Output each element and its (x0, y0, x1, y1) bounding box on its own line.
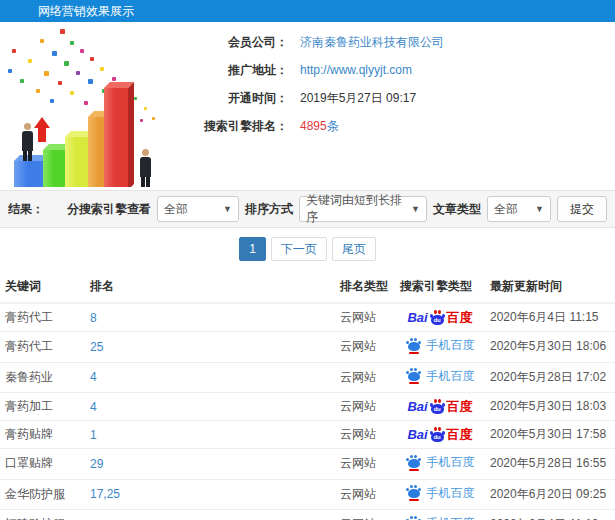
baidu-mobile-logo: 手机百度 (406, 337, 475, 354)
baidu-mobile-paw-icon (406, 516, 422, 520)
keyword-cell: 膏药贴牌 (0, 421, 85, 449)
info-row-url: 推广地址： http://www.qlyyjt.com (178, 63, 615, 78)
table-row: 福建防护服 10 云网站 手机百度 2020年6月4日 11:10 (0, 510, 615, 520)
engine-cell: 手机百度 (395, 510, 485, 520)
col-engine-type: 搜索引擎类型 (395, 270, 485, 303)
rank-type-cell: 云网站 (335, 362, 395, 393)
last-page-button[interactable]: 尾页 (332, 237, 376, 261)
rank-cell[interactable]: 17,25 (85, 479, 335, 510)
filter-bar: 结果： 分搜索引擎查看 全部 ▼ 排序方式 关键词由短到长排序 ▼ 文章类型 全… (0, 190, 615, 228)
filter-controls: 分搜索引擎查看 全部 ▼ 排序方式 关键词由短到长排序 ▼ 文章类型 全部 ▼ … (67, 196, 607, 222)
open-time-label: 开通时间： (178, 91, 288, 106)
table-row: 膏药代工 25 云网站 手机百度 2020年5月30日 18:06 (0, 332, 615, 363)
pagination: 1 下一页 尾页 (0, 228, 615, 270)
keyword-cell: 福建防护服 (0, 510, 85, 520)
engine-cell: 手机百度 (395, 449, 485, 480)
rank-cell[interactable]: 1 (85, 421, 335, 449)
baidu-mobile-logo: 手机百度 (406, 454, 475, 471)
baidu-mobile-paw-icon (406, 455, 422, 471)
next-page-button[interactable]: 下一页 (271, 237, 327, 261)
rank-count-label: 搜索引擎排名： (178, 119, 288, 134)
bar-yellow (65, 137, 89, 187)
rank-type-cell: 云网站 (335, 449, 395, 480)
keyword-cell: 膏药代工 (0, 332, 85, 363)
col-keyword: 关键词 (0, 270, 85, 303)
baidu-mobile-paw-icon (406, 338, 422, 354)
keyword-cell: 膏药加工 (0, 393, 85, 421)
page-title: 网络营销效果展示 (38, 4, 134, 18)
keyword-cell: 口罩贴牌 (0, 449, 85, 480)
table-row: 膏药加工 4 云网站 Bai du 百度 2020年5月30日 18:03 (0, 393, 615, 421)
baidu-paw-icon: du (429, 427, 446, 442)
baidu-paw-icon: du (429, 399, 446, 414)
baidu-pc-logo: Bai du 百度 (407, 310, 472, 325)
rank-cell[interactable]: 29 (85, 449, 335, 480)
company-info-list: 会员公司： 济南秦鲁药业科技有限公司 推广地址： http://www.qlyy… (178, 22, 615, 190)
bar-chart-illustration (0, 27, 178, 187)
chevron-down-icon: ▼ (405, 204, 420, 214)
baidu-mobile-logo: 手机百度 (406, 515, 475, 520)
company-label: 会员公司： (178, 35, 288, 50)
info-row-rank-count: 搜索引擎排名： 4895条 (178, 119, 615, 134)
table-header-row: 关键词 排名 排名类型 搜索引擎类型 最新更新时间 (0, 270, 615, 303)
company-name-link[interactable]: 济南秦鲁药业科技有限公司 (300, 35, 444, 50)
bar-blue (14, 161, 44, 187)
baidu-pc-logo: Bai du 百度 (407, 427, 472, 442)
rank-cell[interactable]: 4 (85, 393, 335, 421)
keyword-cell: 膏药代工 (0, 303, 85, 332)
baidu-pc-logo: Bai du 百度 (407, 399, 472, 414)
engine-filter-select[interactable]: 全部 ▼ (157, 196, 239, 222)
updated-cell: 2020年5月28日 17:02 (485, 362, 615, 393)
baidu-paw-icon: du (429, 310, 446, 325)
updated-cell: 2020年6月4日 11:10 (485, 510, 615, 520)
rank-cell[interactable]: 4 (85, 362, 335, 393)
rank-type-cell: 云网站 (335, 393, 395, 421)
bar-red (104, 88, 128, 187)
keyword-cell: 秦鲁药业 (0, 362, 85, 393)
col-rank: 排名 (85, 270, 335, 303)
col-rank-type: 排名类型 (335, 270, 395, 303)
sort-select[interactable]: 关键词由短到长排序 ▼ (299, 196, 427, 222)
promo-url-link[interactable]: http://www.qlyyjt.com (300, 63, 412, 78)
promo-url-label: 推广地址： (178, 63, 288, 78)
engine-cell: Bai du 百度 (395, 421, 485, 449)
rank-cell[interactable]: 10 (85, 510, 335, 520)
results-table-body: 膏药代工 8 云网站 Bai du 百度 2020年6月4日 11:15 膏药代… (0, 303, 615, 520)
updated-cell: 2020年5月28日 16:55 (485, 449, 615, 480)
col-updated: 最新更新时间 (485, 270, 615, 303)
submit-button[interactable]: 提交 (557, 196, 607, 222)
table-row: 膏药贴牌 1 云网站 Bai du 百度 2020年5月30日 17:58 (0, 421, 615, 449)
page-1-button[interactable]: 1 (239, 237, 266, 261)
rank-type-cell: 云网站 (335, 479, 395, 510)
engine-cell: 手机百度 (395, 362, 485, 393)
open-time-value: 2019年5月27日 09:17 (300, 91, 416, 106)
article-type-label: 文章类型 (433, 201, 481, 218)
businessman-left (19, 123, 35, 161)
chevron-down-icon: ▼ (217, 204, 232, 214)
rank-cell[interactable]: 25 (85, 332, 335, 363)
updated-cell: 2020年5月30日 17:58 (485, 421, 615, 449)
rank-type-cell: 云网站 (335, 332, 395, 363)
updated-cell: 2020年6月4日 11:15 (485, 303, 615, 332)
table-row: 口罩贴牌 29 云网站 手机百度 2020年5月28日 16:55 (0, 449, 615, 480)
engine-filter-label: 分搜索引擎查看 (67, 201, 151, 218)
baidu-mobile-logo: 手机百度 (406, 368, 475, 385)
engine-cell: 手机百度 (395, 332, 485, 363)
article-type-select[interactable]: 全部 ▼ (487, 196, 551, 222)
table-row: 膏药代工 8 云网站 Bai du 百度 2020年6月4日 11:15 (0, 303, 615, 332)
baidu-mobile-paw-icon (406, 485, 422, 501)
rank-count-value: 4895条 (300, 119, 339, 134)
table-row: 秦鲁药业 4 云网站 手机百度 2020年5月28日 17:02 (0, 362, 615, 393)
rank-type-cell: 云网站 (335, 510, 395, 520)
rank-type-cell: 云网站 (335, 421, 395, 449)
engine-cell: Bai du 百度 (395, 393, 485, 421)
bar-green (43, 150, 66, 187)
chevron-down-icon: ▼ (529, 204, 544, 214)
engine-cell: Bai du 百度 (395, 303, 485, 332)
updated-cell: 2020年5月30日 18:03 (485, 393, 615, 421)
rank-cell[interactable]: 8 (85, 303, 335, 332)
info-row-company: 会员公司： 济南秦鲁药业科技有限公司 (178, 35, 615, 50)
updated-cell: 2020年5月30日 18:06 (485, 332, 615, 363)
info-row-open-time: 开通时间： 2019年5月27日 09:17 (178, 91, 615, 106)
company-info-section: 会员公司： 济南秦鲁药业科技有限公司 推广地址： http://www.qlyy… (0, 22, 615, 190)
